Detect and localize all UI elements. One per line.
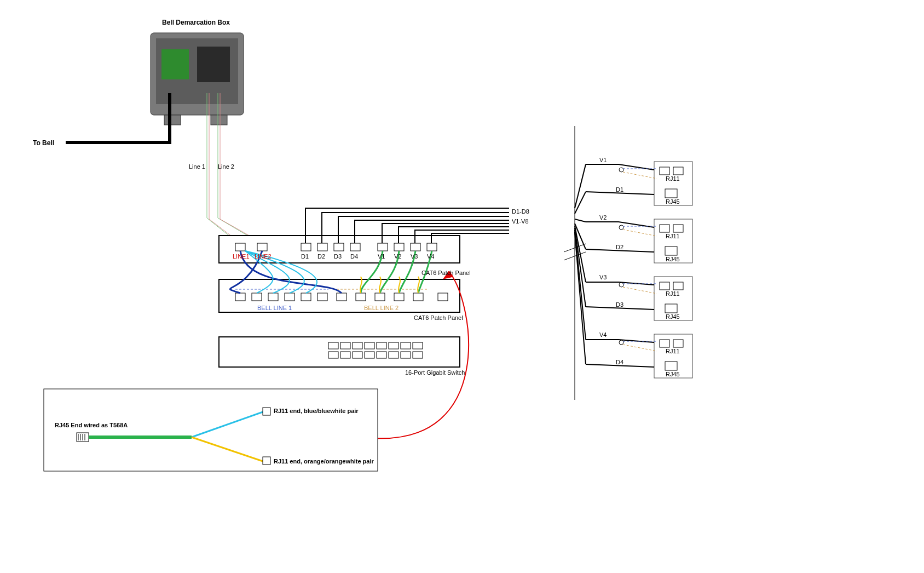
svg-rect-3 — [197, 47, 230, 82]
svg-rect-23 — [317, 293, 327, 301]
port-v3: V3 — [411, 253, 418, 260]
line1-label: Line 1 — [189, 163, 205, 170]
svg-rect-11 — [334, 243, 344, 251]
svg-rect-53 — [263, 408, 270, 415]
svg-rect-34 — [365, 342, 374, 349]
port-v2: V2 — [394, 253, 401, 260]
bell-line1: BELL LINE 1 — [257, 305, 292, 311]
port-v1: V1 — [378, 253, 385, 260]
legend-rj45: RJ45 End wired as T568A — [55, 422, 128, 428]
svg-rect-29 — [438, 293, 448, 301]
svg-rect-2 — [161, 49, 189, 79]
room1-rj11: RJ11 — [666, 175, 680, 182]
room3-rj45: RJ45 — [666, 313, 680, 320]
port-d3: D3 — [334, 253, 342, 260]
svg-rect-9 — [301, 243, 311, 251]
port-v4: V4 — [427, 253, 434, 260]
svg-rect-12 — [350, 243, 360, 251]
room4-rj45: RJ45 — [666, 371, 680, 377]
bundle-d: D1-D8 — [512, 208, 529, 215]
room2-v: V2 — [599, 214, 607, 221]
svg-rect-14 — [394, 243, 404, 251]
svg-rect-22 — [301, 293, 311, 301]
patch-top-label: CAT6 Patch Panel — [421, 270, 471, 276]
port-d4: D4 — [350, 253, 358, 260]
svg-rect-39 — [328, 352, 338, 358]
demarc-box — [66, 33, 263, 243]
svg-rect-5 — [211, 115, 227, 125]
svg-point-67 — [619, 225, 623, 230]
svg-rect-28 — [413, 293, 423, 301]
svg-rect-8 — [257, 243, 267, 251]
svg-rect-41 — [353, 352, 362, 358]
port-d1: D1 — [301, 253, 309, 260]
svg-rect-31 — [328, 342, 338, 349]
port-d2: D2 — [317, 253, 325, 260]
patch-panel-bottom — [219, 279, 460, 312]
svg-rect-20 — [268, 293, 278, 301]
room-side — [564, 126, 586, 400]
svg-rect-27 — [394, 293, 404, 301]
bell-line2: BELL LINE 2 — [364, 305, 399, 311]
svg-rect-18 — [235, 293, 245, 301]
room4-d: D4 — [616, 359, 623, 365]
svg-rect-24 — [337, 293, 347, 301]
room3-rj11: RJ11 — [666, 290, 680, 297]
patch-bottom-label: CAT6 Patch Panel — [414, 314, 463, 321]
room2-rj11: RJ11 — [666, 233, 680, 239]
room1-rj45: RJ45 — [666, 198, 680, 205]
svg-rect-42 — [365, 352, 374, 358]
port-line2: LINE2 — [255, 253, 272, 260]
svg-rect-37 — [401, 342, 411, 349]
legend-rj11-orange: RJ11 end, orange/orangewhite pair — [274, 458, 374, 465]
svg-rect-26 — [375, 293, 385, 301]
svg-rect-4 — [164, 115, 181, 125]
line2-label: Line 2 — [218, 163, 234, 170]
svg-rect-33 — [353, 342, 362, 349]
svg-rect-35 — [377, 342, 386, 349]
room3-v: V3 — [599, 274, 607, 280]
svg-rect-38 — [413, 342, 423, 349]
svg-rect-13 — [378, 243, 388, 251]
svg-rect-44 — [389, 352, 399, 358]
svg-rect-54 — [263, 457, 270, 465]
svg-point-77 — [619, 340, 623, 345]
demarc-title: Bell Demarcation Box — [162, 19, 230, 26]
room4-rj11: RJ11 — [666, 348, 680, 354]
svg-rect-7 — [235, 243, 245, 251]
svg-rect-32 — [340, 342, 350, 349]
room2-d: D2 — [616, 244, 623, 250]
svg-point-62 — [619, 168, 623, 172]
svg-rect-36 — [389, 342, 399, 349]
switch-label: 16-Port Gigabit Switch — [405, 369, 465, 376]
bundle-v: V1-V8 — [512, 218, 529, 225]
svg-point-72 — [619, 283, 623, 287]
svg-rect-10 — [317, 243, 327, 251]
room3-d: D3 — [616, 301, 623, 308]
svg-rect-43 — [377, 352, 386, 358]
legend-rj11-blue: RJ11 end, blue/bluewhite pair — [274, 408, 359, 414]
to-bell-label: To Bell — [33, 139, 54, 147]
svg-rect-45 — [401, 352, 411, 358]
port-line1: LINE1 — [233, 253, 250, 260]
svg-rect-16 — [427, 243, 437, 251]
room1-v: V1 — [599, 157, 607, 163]
svg-rect-40 — [340, 352, 350, 358]
svg-rect-25 — [356, 293, 366, 301]
svg-rect-15 — [411, 243, 420, 251]
svg-rect-19 — [252, 293, 262, 301]
room1-d: D1 — [616, 186, 623, 193]
room2-rj45: RJ45 — [666, 256, 680, 262]
svg-rect-46 — [413, 352, 423, 358]
svg-rect-21 — [285, 293, 294, 301]
svg-rect-30 — [219, 337, 460, 367]
gigabit-switch — [219, 337, 460, 367]
diagram-root: { "demarc": { "title": "Bell Demarcation… — [0, 0, 924, 573]
room4-v: V4 — [599, 331, 607, 338]
